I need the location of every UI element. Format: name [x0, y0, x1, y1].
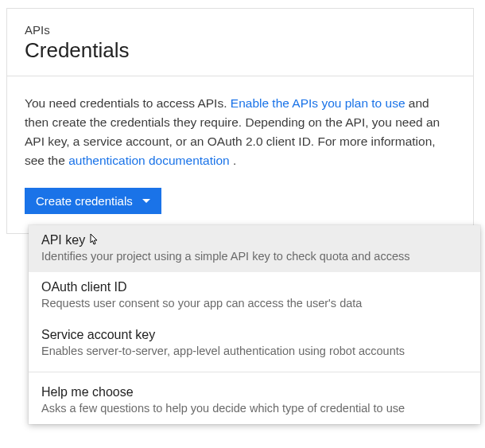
menu-item-desc: Asks a few questions to help you decide … — [41, 400, 468, 416]
create-credentials-button[interactable]: Create credentials — [25, 188, 161, 214]
card-header: APIs Credentials — [7, 9, 473, 76]
caret-down-icon — [142, 199, 150, 203]
menu-item-desc: Requests user consent so your app can ac… — [41, 295, 468, 311]
desc-part-3: . — [230, 154, 237, 167]
menu-divider — [29, 372, 480, 372]
page-title: Credentials — [25, 38, 456, 63]
credentials-card: APIs Credentials You need credentials to… — [6, 8, 474, 234]
menu-item-title: OAuth client ID — [41, 280, 468, 294]
menu-item-title: Help me choose — [41, 385, 468, 399]
menu-item-api-key[interactable]: API key Identifies your project using a … — [29, 225, 480, 272]
eyebrow-text: APIs — [25, 23, 456, 37]
menu-item-help-me-choose[interactable]: Help me choose Asks a few questions to h… — [29, 377, 480, 424]
menu-item-title: API key — [41, 233, 468, 247]
menu-item-service-account-key[interactable]: Service account key Enables server-to-se… — [29, 320, 480, 367]
menu-item-title: Service account key — [41, 328, 468, 342]
menu-item-desc: Enables server-to-server, app-level auth… — [41, 343, 468, 359]
create-credentials-dropdown: API key Identifies your project using a … — [29, 225, 480, 424]
menu-item-oauth-client-id[interactable]: OAuth client ID Requests user consent so… — [29, 272, 480, 319]
menu-item-title-text: API key — [41, 233, 85, 247]
enable-apis-link[interactable]: Enable the APIs you plan to use — [231, 96, 405, 110]
card-body: You need credentials to access APIs. Ena… — [7, 76, 473, 233]
create-credentials-label: Create credentials — [36, 194, 133, 208]
menu-item-desc: Identifies your project using a simple A… — [41, 248, 468, 264]
auth-doc-link[interactable]: authentication documentation — [68, 154, 230, 167]
desc-part-1: You need credentials to access APIs. — [25, 96, 231, 110]
description-text: You need credentials to access APIs. Ena… — [25, 94, 456, 170]
cursor-pointer-icon — [87, 233, 99, 247]
